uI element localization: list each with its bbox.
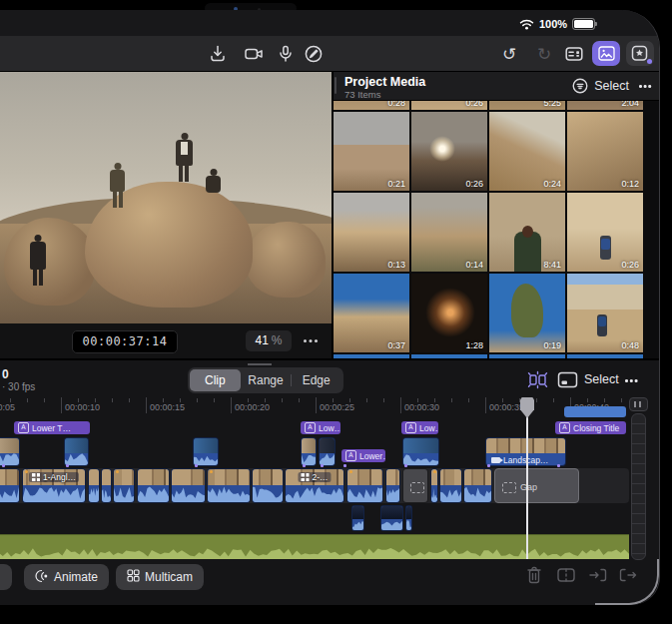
title-clip[interactable]: ALower T… xyxy=(14,421,90,434)
redo-button[interactable]: ↻ xyxy=(532,43,556,65)
video-clip[interactable] xyxy=(113,468,135,503)
connected-clip[interactable] xyxy=(402,437,439,466)
media-thumbnail[interactable]: 0:13 xyxy=(334,193,409,272)
partial-toolbar-button[interactable] xyxy=(0,564,12,590)
clip-filmstrip xyxy=(172,469,205,485)
video-clip[interactable] xyxy=(439,468,462,503)
clip-duration: 1:28 xyxy=(465,340,483,350)
insert-clip-button[interactable] xyxy=(587,565,609,587)
top-toolbar: ↺ ↻ xyxy=(0,36,659,72)
title-clip[interactable]: ALow… xyxy=(401,421,438,434)
record-video-button[interactable] xyxy=(242,43,266,65)
timecode-display[interactable]: 00:00:37:14 xyxy=(72,330,178,353)
media-thumbnail[interactable]: 1:28 xyxy=(411,274,487,352)
connected-clip[interactable] xyxy=(193,437,219,466)
video-clip[interactable] xyxy=(0,468,20,503)
video-clip[interactable] xyxy=(346,468,383,503)
record-audio-button[interactable] xyxy=(274,43,298,65)
video-clip[interactable] xyxy=(101,468,112,503)
media-thumbnail[interactable]: 0:12 xyxy=(567,112,643,191)
title-badge-icon: A xyxy=(559,422,570,433)
media-select-button[interactable]: Select xyxy=(572,78,629,94)
gap-clip[interactable]: Gap xyxy=(494,468,579,503)
multicam-clip[interactable]: 2-… xyxy=(285,468,344,503)
clip-duration: 0:26 xyxy=(621,260,639,270)
multicam-button[interactable]: Multicam xyxy=(116,564,204,590)
video-clip[interactable] xyxy=(463,468,492,503)
media-thumbnail[interactable]: 0:26 xyxy=(567,193,643,272)
media-thumbnail[interactable]: 0:14 xyxy=(411,193,487,272)
video-clip[interactable] xyxy=(137,468,170,503)
viewer-more-icon[interactable] xyxy=(304,339,320,343)
media-thumbnail[interactable]: 8:41 xyxy=(489,193,565,272)
animate-button[interactable]: Animate xyxy=(24,564,109,590)
connected-clip-below[interactable] xyxy=(351,505,364,531)
connection-dot xyxy=(404,464,407,467)
ipad-device: 100% ↺ ↻ xyxy=(0,0,672,624)
connected-clip-below[interactable] xyxy=(380,505,403,531)
connected-clip[interactable] xyxy=(319,437,336,466)
ruler-timecode-label: 00:00:35 xyxy=(489,402,524,412)
scene-boulder xyxy=(246,222,326,298)
connected-clip[interactable] xyxy=(64,437,89,466)
inspector-button[interactable] xyxy=(562,43,586,65)
media-thumbnail[interactable] xyxy=(489,354,565,358)
wifi-icon xyxy=(519,19,534,30)
media-thumbnail[interactable] xyxy=(567,354,643,358)
media-thumbnail[interactable]: 0:19 xyxy=(489,274,565,352)
clip-waveform xyxy=(23,485,85,502)
playhead-line xyxy=(526,397,528,559)
ruler-tick xyxy=(129,398,130,402)
title-clip[interactable]: ALow… xyxy=(301,421,340,434)
media-thumbnail[interactable] xyxy=(411,354,487,358)
zoom-value: 41 xyxy=(255,333,268,347)
effects-button[interactable] xyxy=(626,41,654,66)
media-thumbnail[interactable]: 0:37 xyxy=(334,274,409,352)
gap-clip[interactable]: G… xyxy=(402,468,428,503)
ruler-tick xyxy=(214,398,215,402)
media-thumbnail[interactable]: 0:48 xyxy=(567,274,643,352)
connected-clip-bar[interactable] xyxy=(564,406,626,417)
connection-dot xyxy=(66,464,69,467)
split-clip-button[interactable] xyxy=(555,565,577,587)
undo-button[interactable]: ↺ xyxy=(497,43,521,65)
multicam-clip[interactable]: 1-Angl… xyxy=(22,468,86,503)
media-thumbnail[interactable]: 0:21 xyxy=(334,112,409,191)
media-thumbnail[interactable] xyxy=(334,354,409,358)
ruler-major-tick xyxy=(146,397,147,413)
track-height-slider[interactable] xyxy=(631,413,646,560)
zoom-level-control[interactable]: 41% xyxy=(246,330,292,351)
multicam-icon xyxy=(127,569,140,585)
person-figure xyxy=(176,140,193,166)
clip-height-handle[interactable] xyxy=(629,397,648,411)
connection-dot xyxy=(195,464,198,467)
media-thumbnail[interactable]: 0:24 xyxy=(489,112,565,191)
media-browser-button[interactable] xyxy=(592,41,620,66)
connected-clip[interactable] xyxy=(301,437,317,466)
connected-clip[interactable] xyxy=(0,437,20,466)
viewer-control-bar: 00:00:37:14 41% xyxy=(0,323,332,358)
media-thumbnail[interactable]: 0:26 xyxy=(411,112,487,191)
connected-clip-below[interactable] xyxy=(405,505,412,531)
clip-filmstrip xyxy=(302,438,316,453)
connection-dot xyxy=(557,464,560,467)
title-badge-icon: A xyxy=(305,422,316,433)
multicam-grid-icon xyxy=(301,473,309,481)
video-clip[interactable] xyxy=(430,468,438,503)
delete-clip-button[interactable] xyxy=(523,565,545,587)
media-more-icon[interactable] xyxy=(639,85,653,88)
video-clip[interactable] xyxy=(171,468,206,503)
video-clip[interactable] xyxy=(207,468,251,503)
append-clip-button[interactable] xyxy=(617,565,639,587)
pencil-tool-button[interactable] xyxy=(302,43,326,65)
ruler-major-tick xyxy=(316,397,317,413)
title-clip[interactable]: AClosing Title xyxy=(555,421,626,434)
playhead-handle[interactable] xyxy=(520,397,534,418)
video-clip[interactable] xyxy=(385,468,400,503)
video-clip[interactable] xyxy=(88,468,100,503)
music-audio-clip[interactable] xyxy=(0,534,629,559)
more-options-button[interactable] xyxy=(659,44,660,64)
import-button[interactable] xyxy=(206,43,230,65)
video-clip[interactable] xyxy=(252,468,284,503)
title-clip[interactable]: ALower… xyxy=(341,449,385,462)
